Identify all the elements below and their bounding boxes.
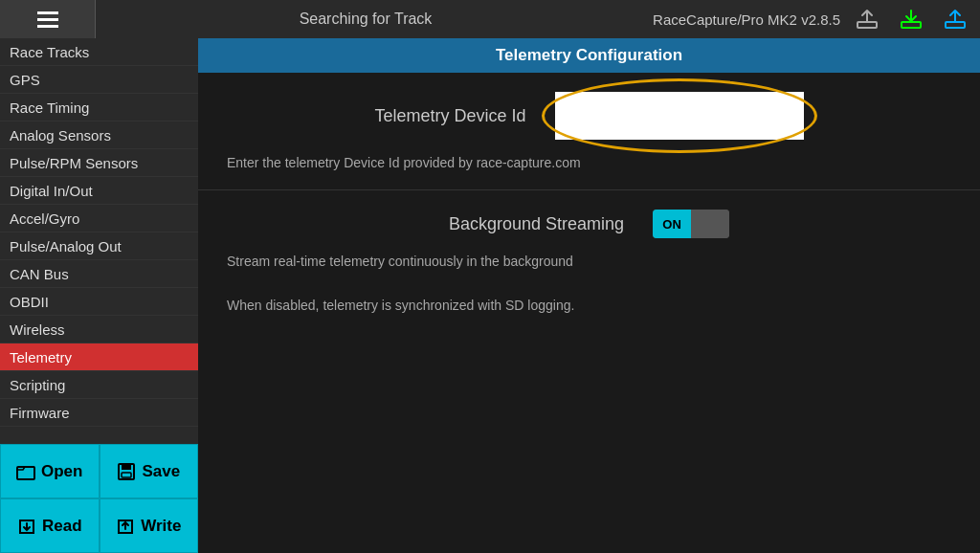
sidebar-item-pulse-analog-out[interactable]: Pulse/Analog Out xyxy=(0,232,198,260)
sidebar-item-telemetry[interactable]: Telemetry xyxy=(0,343,198,371)
content-header: Telemetry Configuration xyxy=(198,38,980,73)
device-id-input-wrapper xyxy=(555,92,804,140)
svg-rect-6 xyxy=(122,473,131,477)
main-layout: Race TracksGPSRace TimingAnalog SensorsP… xyxy=(0,38,980,553)
sd-note: When disabled, telemetry is synchronized… xyxy=(198,298,980,313)
streaming-hint: Stream real-time telemetry continuously … xyxy=(227,254,951,269)
read-button[interactable]: Read xyxy=(0,498,100,553)
hamburger-icon xyxy=(37,11,58,28)
svg-rect-3 xyxy=(17,467,34,479)
sidebar-item-race-tracks[interactable]: Race Tracks xyxy=(0,38,198,66)
svg-rect-5 xyxy=(122,464,131,470)
open-button[interactable]: Open xyxy=(0,444,100,498)
sidebar-item-analog-sensors[interactable]: Analog Sensors xyxy=(0,122,198,149)
upload-icon-1[interactable] xyxy=(850,2,884,36)
device-id-input[interactable] xyxy=(555,92,804,140)
svg-rect-2 xyxy=(946,22,965,28)
svg-rect-1 xyxy=(902,22,921,28)
sidebar-item-race-timing[interactable]: Race Timing xyxy=(0,94,198,122)
streaming-toggle[interactable]: ON xyxy=(653,210,729,238)
streaming-section: Background Streaming ON Stream real-time… xyxy=(198,190,980,288)
sidebar-item-can-bus[interactable]: CAN Bus xyxy=(0,260,198,288)
content-area: Telemetry Configuration Telemetry Device… xyxy=(198,38,980,553)
write-button[interactable]: Write xyxy=(100,498,199,553)
sidebar: Race TracksGPSRace TimingAnalog SensorsP… xyxy=(0,38,198,553)
sidebar-nav: Race TracksGPSRace TimingAnalog SensorsP… xyxy=(0,38,198,444)
open-save-row: Open Save xyxy=(0,444,198,498)
streaming-row: Background Streaming ON xyxy=(227,210,951,238)
sidebar-item-pulse-rpm-sensors[interactable]: Pulse/RPM Sensors xyxy=(0,149,198,177)
toggle-off-area xyxy=(691,210,729,238)
save-button[interactable]: Save xyxy=(100,444,199,498)
sidebar-item-wireless[interactable]: Wireless xyxy=(0,316,198,343)
device-label: RaceCapture/Pro MK2 v2.8.5 xyxy=(653,11,840,28)
sidebar-item-obdii[interactable]: OBDII xyxy=(0,288,198,316)
top-center-text: Searching for Track xyxy=(96,11,635,28)
read-label: Read xyxy=(42,517,82,536)
sidebar-item-digital-in-out[interactable]: Digital In/Out xyxy=(0,177,198,205)
save-label: Save xyxy=(142,462,180,481)
device-id-label: Telemetry Device Id xyxy=(374,106,525,126)
device-id-section: Telemetry Device Id Enter the telemetry … xyxy=(198,73,980,190)
top-right-area: RaceCapture/Pro MK2 v2.8.5 xyxy=(635,2,980,36)
streaming-label: Background Streaming xyxy=(449,214,624,234)
device-id-hint: Enter the telemetry Device Id provided b… xyxy=(227,155,951,170)
sidebar-item-firmware[interactable]: Firmware xyxy=(0,399,198,427)
menu-button[interactable] xyxy=(0,0,96,38)
sidebar-item-gps[interactable]: GPS xyxy=(0,66,198,94)
sidebar-item-scripting[interactable]: Scripting xyxy=(0,371,198,399)
sidebar-bottom-buttons: Open Save Read xyxy=(0,444,198,553)
svg-rect-0 xyxy=(858,22,877,28)
download-icon[interactable] xyxy=(894,2,928,36)
device-id-row: Telemetry Device Id xyxy=(227,92,951,140)
top-bar: Searching for Track RaceCapture/Pro MK2 … xyxy=(0,0,980,38)
read-write-row: Read Write xyxy=(0,498,198,553)
write-label: Write xyxy=(141,517,181,536)
sidebar-item-accel-gyro[interactable]: Accel/Gyro xyxy=(0,205,198,232)
upload-icon-2[interactable] xyxy=(938,2,972,36)
open-label: Open xyxy=(41,462,82,481)
toggle-on-label: ON xyxy=(653,210,691,238)
